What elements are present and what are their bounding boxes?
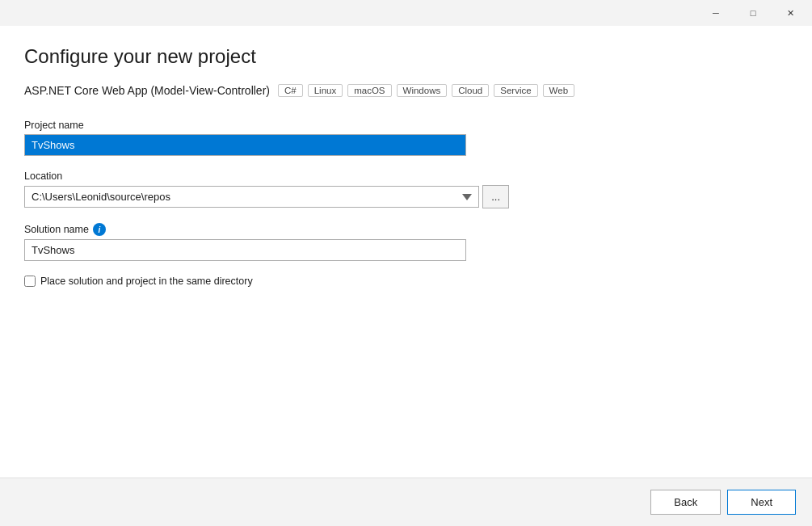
- project-name-label: Project name: [24, 120, 509, 131]
- template-name: ASP.NET Core Web App (Model-View-Control…: [24, 84, 270, 97]
- main-content: Configure your new project ASP.NET Core …: [0, 26, 812, 478]
- minimize-button[interactable]: ─: [697, 0, 734, 26]
- close-button[interactable]: ✕: [772, 0, 809, 26]
- tag-cloud: Cloud: [452, 84, 489, 97]
- same-directory-row: Place solution and project in the same d…: [24, 276, 509, 287]
- tag-windows: Windows: [397, 84, 448, 97]
- location-label: Location: [24, 170, 509, 182]
- back-button[interactable]: Back: [650, 490, 721, 515]
- tag-csharp: C#: [278, 84, 303, 97]
- solution-name-input[interactable]: [24, 239, 466, 261]
- solution-name-group: Solution name i: [24, 223, 509, 261]
- project-name-group: Project name: [24, 120, 509, 156]
- solution-name-label: Solution name i: [24, 223, 509, 236]
- title-bar: ─ □ ✕: [0, 0, 812, 26]
- location-group: Location C:\Users\Leonid\source\repos ..…: [24, 170, 509, 208]
- location-row: C:\Users\Leonid\source\repos ...: [24, 185, 509, 208]
- browse-button[interactable]: ...: [482, 185, 509, 208]
- next-button[interactable]: Next: [727, 490, 796, 515]
- solution-name-info-icon[interactable]: i: [93, 223, 106, 236]
- tag-service: Service: [494, 84, 537, 97]
- same-directory-label[interactable]: Place solution and project in the same d…: [40, 276, 253, 287]
- maximize-button[interactable]: □: [734, 0, 772, 26]
- location-select[interactable]: C:\Users\Leonid\source\repos: [24, 186, 479, 208]
- same-directory-checkbox[interactable]: [24, 276, 36, 287]
- tag-macos: macOS: [347, 84, 391, 97]
- project-name-input[interactable]: [24, 134, 466, 156]
- page-title: Configure your new project: [24, 45, 788, 68]
- tag-web: Web: [543, 84, 574, 97]
- project-template-row: ASP.NET Core Web App (Model-View-Control…: [24, 84, 788, 97]
- form-section: Project name Location C:\Users\Leonid\so…: [24, 120, 509, 287]
- footer: Back Next: [0, 478, 812, 526]
- tag-linux: Linux: [308, 84, 343, 97]
